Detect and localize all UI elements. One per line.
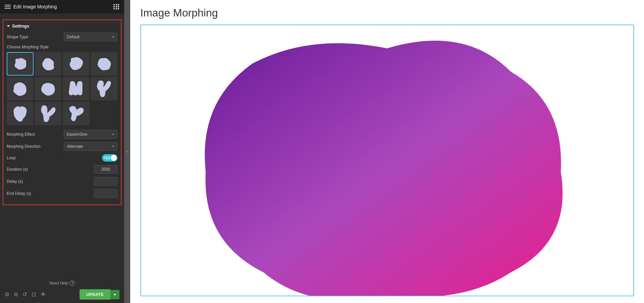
- morph-cell-4[interactable]: [91, 52, 118, 76]
- morph-cell-10[interactable]: [35, 102, 62, 125]
- shape-type-row: Shape Type Default Circle Square Triangl…: [7, 33, 117, 41]
- update-dropdown-button[interactable]: ▼: [110, 290, 119, 299]
- morph-cell-3[interactable]: [63, 52, 90, 76]
- duration-input[interactable]: [94, 165, 117, 174]
- end-delay-row: End Delay (s): [7, 189, 117, 198]
- delay-input[interactable]: [94, 177, 117, 186]
- gear-icon[interactable]: ⚙: [5, 291, 9, 298]
- page-title: Image Morphing: [140, 7, 634, 19]
- toolbar-icons: ⚙ ⧉ ↺ ⊡ 👁: [5, 291, 46, 298]
- grid-icon[interactable]: [113, 4, 119, 9]
- morphing-direction-select[interactable]: Alternate Normal Reverse: [64, 142, 117, 151]
- hamburger-icon[interactable]: [5, 5, 11, 9]
- responsive-icon[interactable]: ⊡: [32, 291, 36, 298]
- panel-title: Edit Image Morphing: [13, 4, 57, 9]
- morphing-grid: [7, 52, 117, 125]
- morph-cell-8[interactable]: [91, 77, 118, 100]
- panel-bottom: Need Help ? ⚙ ⧉ ↺ ⊡ 👁 UPDATE ▼: [0, 277, 124, 303]
- morph-cell-9[interactable]: [7, 102, 34, 125]
- main-content: Image Morphing: [130, 0, 644, 303]
- morph-cell-2[interactable]: [35, 52, 62, 76]
- morphing-effect-select-wrapper: EaseInSine EaseOutSine Linear: [64, 130, 117, 139]
- morph-cell-7[interactable]: [63, 77, 90, 100]
- morph-cell-5[interactable]: [7, 77, 34, 100]
- shape-type-label: Shape Type: [7, 35, 64, 39]
- panel-header: Edit Image Morphing: [0, 0, 124, 13]
- eye-icon[interactable]: 👁: [41, 292, 46, 298]
- layers-icon[interactable]: ⧉: [14, 292, 18, 298]
- end-delay-label: End Delay (s): [7, 191, 94, 196]
- settings-label: Settings: [12, 24, 29, 29]
- bottom-toolbar: ⚙ ⧉ ↺ ⊡ 👁 UPDATE ▼: [5, 289, 119, 300]
- loop-label: Loop: [7, 156, 102, 160]
- end-delay-input[interactable]: [94, 189, 117, 198]
- blob-svg: [141, 25, 633, 296]
- settings-header[interactable]: Settings: [7, 24, 117, 29]
- panel-content: Settings Shape Type Default Circle Squar…: [0, 13, 124, 277]
- loop-row: Loop YES: [7, 154, 117, 162]
- left-panel: Edit Image Morphing Settings Shape Type …: [0, 0, 124, 303]
- history-icon[interactable]: ↺: [22, 291, 27, 298]
- settings-section: Settings Shape Type Default Circle Squar…: [3, 19, 121, 205]
- delay-row: Delay (s): [7, 177, 117, 186]
- settings-chevron-icon: [7, 25, 10, 27]
- morphing-effect-row: Morphing Effect EaseInSine EaseOutSine L…: [7, 130, 117, 139]
- duration-label: Duration (s): [7, 167, 94, 172]
- morph-cell-6[interactable]: [35, 77, 62, 100]
- morphing-direction-label: Morphing Direction: [7, 144, 64, 149]
- morphing-direction-row: Morphing Direction Alternate Normal Reve…: [7, 142, 117, 151]
- shape-type-select[interactable]: Default Circle Square Triangle: [64, 33, 117, 41]
- delay-label: Delay (s): [7, 179, 94, 184]
- loop-toggle-knob: [111, 155, 117, 161]
- need-help[interactable]: Need Help ?: [5, 280, 119, 286]
- help-icon: ?: [69, 280, 75, 286]
- morph-cell-11[interactable]: [63, 102, 90, 125]
- morphing-style-label: Choose Morphing Style: [7, 45, 117, 49]
- morph-cell-1[interactable]: [7, 52, 34, 76]
- canvas-area: [140, 25, 634, 296]
- loop-toggle-label: YES: [104, 156, 110, 160]
- morphing-effect-label: Morphing Effect: [7, 132, 64, 137]
- update-button[interactable]: UPDATE: [80, 289, 110, 300]
- morphing-effect-select[interactable]: EaseInSine EaseOutSine Linear: [64, 130, 117, 139]
- loop-toggle-container: YES: [102, 154, 117, 162]
- shape-type-select-wrapper: Default Circle Square Triangle: [64, 33, 117, 41]
- update-btn-group: UPDATE ▼: [80, 289, 119, 300]
- collapse-tab[interactable]: ‹: [124, 0, 130, 303]
- duration-row: Duration (s): [7, 165, 117, 174]
- morphing-direction-select-wrapper: Alternate Normal Reverse: [64, 142, 117, 151]
- need-help-label: Need Help: [49, 281, 68, 286]
- loop-toggle[interactable]: YES: [102, 154, 117, 162]
